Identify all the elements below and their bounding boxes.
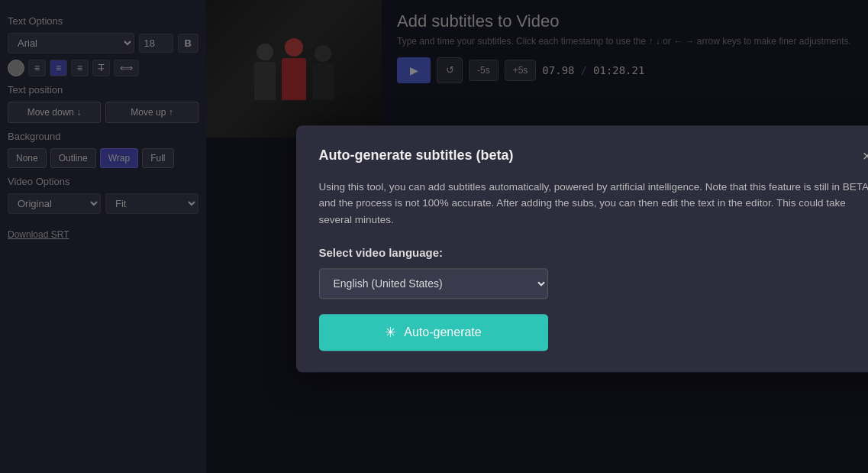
bold-button[interactable]: B: [178, 34, 198, 53]
autogenerate-modal: Auto-generate subtitles (beta) × Using t…: [296, 125, 869, 373]
language-select[interactable]: English (United States) Spanish French G…: [319, 269, 548, 300]
video-options-title: Video Options: [8, 176, 198, 187]
autogenerate-button[interactable]: ✳ Auto-generate: [319, 315, 548, 352]
bg-none-button[interactable]: None: [8, 148, 47, 168]
font-row: Arial B: [8, 33, 198, 53]
sidebar: Text Options Arial B ≡ ≡ ≡ T̶ ⟺ Text pos…: [0, 0, 206, 473]
close-modal-button[interactable]: ×: [858, 147, 868, 165]
modal-description: Using this tool, you can add subtitles a…: [319, 179, 869, 228]
modal-title: Auto-generate subtitles (beta): [319, 147, 514, 164]
autogenerate-label: Auto-generate: [404, 326, 481, 340]
aspect-ratio-select[interactable]: Original: [8, 193, 101, 214]
align-left-button[interactable]: ≡: [28, 60, 46, 76]
language-label: Select video language:: [319, 247, 869, 260]
align-right-button[interactable]: ≡: [71, 60, 89, 76]
font-size-input[interactable]: [139, 34, 173, 53]
bg-full-button[interactable]: Full: [142, 148, 173, 168]
color-picker[interactable]: [8, 60, 24, 76]
download-srt-link[interactable]: Download SRT: [8, 229, 198, 240]
modal-header: Auto-generate subtitles (beta) ×: [319, 147, 869, 165]
move-down-button[interactable]: Move down ↓: [8, 102, 101, 123]
sparkle-icon: ✳: [385, 325, 396, 342]
align-center-button[interactable]: ≡: [50, 60, 67, 76]
background-title: Background: [8, 131, 198, 142]
font-family-select[interactable]: Arial: [8, 33, 134, 53]
spacing-button[interactable]: ⟺: [114, 60, 139, 76]
text-position-title: Text position: [8, 84, 198, 96]
video-options-row: Original Fit: [8, 193, 198, 214]
fit-select[interactable]: Fit: [105, 193, 198, 214]
strikethrough-button[interactable]: T̶: [92, 60, 110, 76]
position-row: Move down ↓ Move up ↑: [8, 102, 198, 123]
align-row: ≡ ≡ ≡ T̶ ⟺: [8, 60, 198, 76]
background-row: None Outline Wrap Full: [8, 148, 198, 168]
app-container: Text Options Arial B ≡ ≡ ≡ T̶ ⟺ Text pos…: [0, 0, 868, 473]
main-content: Add subtitles to Video Type and time you…: [206, 0, 868, 473]
bg-wrap-button[interactable]: Wrap: [100, 148, 138, 168]
text-options-title: Text Options: [8, 15, 198, 27]
bg-outline-button[interactable]: Outline: [50, 148, 96, 168]
move-up-button[interactable]: Move up ↑: [105, 102, 198, 123]
